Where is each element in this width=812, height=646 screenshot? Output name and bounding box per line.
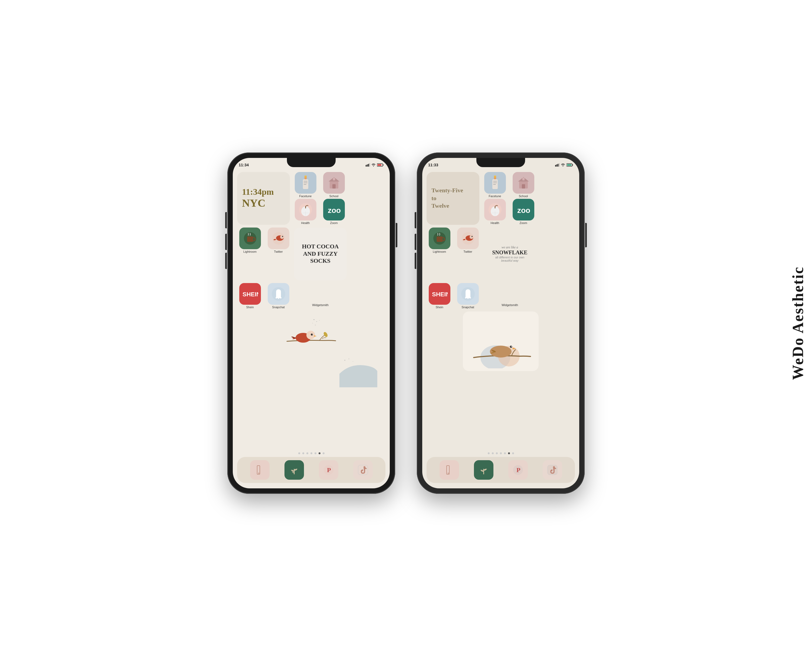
school-icon-right[interactable]	[513, 172, 534, 194]
twitter-label-left: Twitter	[274, 250, 282, 253]
bird-photo-svg	[466, 314, 536, 368]
app-twitter-right[interactable]: Twitter	[455, 228, 481, 253]
dock-phone-left[interactable]	[250, 460, 270, 480]
dot-5	[314, 452, 316, 454]
shein-svg: SHEIN	[242, 290, 258, 298]
status-time-right: 11:33	[428, 163, 438, 167]
twitter-icon-right[interactable]	[457, 228, 479, 249]
app-snapchat-left[interactable]: Snapchat	[266, 283, 291, 309]
svg-rect-3	[369, 163, 370, 167]
snowflake-title: SNOWFLAKE	[492, 250, 527, 256]
status-icons-right	[555, 163, 573, 167]
app-school-left[interactable]: School	[321, 172, 347, 198]
snapchat-icon[interactable]	[268, 283, 289, 305]
zoom-icon[interactable]: zoom	[323, 199, 345, 220]
svg-text:zoom: zoom	[328, 206, 341, 214]
svg-text:SHEIN: SHEIN	[432, 291, 448, 298]
svg-text:P: P	[516, 467, 520, 473]
school-icon[interactable]	[323, 172, 345, 194]
lightroom-icon[interactable]	[239, 228, 261, 249]
widget-row-3-left: SHEIN Shein	[237, 283, 385, 309]
dock-plant-right[interactable]	[474, 460, 493, 480]
svg-rect-11	[304, 181, 307, 182]
app-zoom-right[interactable]: zoom Zoom	[510, 199, 536, 225]
status-icons-left	[366, 163, 384, 167]
lightroom-icon-right[interactable]	[429, 228, 450, 249]
screen-right: 11:33 Twenty-FivetoTwelve	[422, 158, 579, 488]
tiktok-icon-left	[357, 464, 368, 475]
app-lightroom-right[interactable]: Lightroom	[427, 228, 452, 253]
svg-point-41	[312, 334, 312, 335]
snapchat-icon-right[interactable]	[457, 283, 479, 305]
svg-point-29	[282, 236, 283, 237]
svg-rect-65	[522, 184, 525, 188]
svg-rect-17	[333, 178, 335, 181]
dock-tiktok-right[interactable]	[543, 460, 562, 480]
svg-point-28	[280, 235, 284, 239]
health-icon[interactable]	[295, 199, 316, 220]
svg-point-44	[353, 361, 353, 362]
health-label-right: Health	[491, 221, 499, 225]
plant-icon-left	[289, 464, 300, 475]
app-snapchat-right[interactable]: Snapchat	[455, 283, 481, 309]
app-zoom-left[interactable]: zoom Zoom	[321, 199, 347, 225]
app-shein-left[interactable]: SHEIN Shein	[237, 283, 263, 309]
bird-photo-widget[interactable]	[463, 311, 539, 371]
app-facetune-left[interactable]: Facetune	[293, 172, 318, 198]
phone-icon-right	[444, 465, 454, 475]
svg-text:SHEIN: SHEIN	[243, 291, 258, 298]
lightroom-svg-r	[433, 231, 446, 245]
school-svg	[328, 176, 340, 190]
twitter-icon[interactable]	[268, 228, 289, 249]
apps-grid-top-right: Facetune	[482, 172, 536, 225]
dot-6-active	[319, 452, 321, 454]
svg-point-54	[563, 166, 563, 167]
widget-row-2-left: Lightroom	[237, 228, 385, 280]
dock-phone-right[interactable]	[440, 460, 459, 480]
app-health-left[interactable]: Health	[293, 199, 318, 225]
svg-rect-53	[559, 163, 560, 167]
svg-rect-63	[493, 184, 496, 185]
svg-rect-67	[522, 178, 525, 181]
app-twitter-left[interactable]: Twitter	[266, 228, 291, 253]
snow-area-left	[237, 355, 385, 387]
svg-rect-7	[383, 164, 383, 165]
facetune-icon[interactable]	[295, 172, 316, 194]
app-school-right[interactable]: School	[510, 172, 536, 198]
page-dots-left	[233, 450, 390, 457]
apps-row-1-right: Facetune	[482, 172, 536, 198]
dock-pinterest-left[interactable]: P	[319, 460, 338, 480]
screen-content-right: Twenty-FivetoTwelve	[422, 170, 579, 450]
clock-widget-right[interactable]: Twenty-FivetoTwelve	[427, 172, 479, 225]
health-svg-r	[488, 203, 502, 217]
svg-point-45	[258, 473, 259, 474]
snowflake-label-container: Widgetsmith	[484, 303, 536, 309]
snowflake-pre: we are like a	[502, 245, 518, 250]
zoom-svg-r: zoom	[516, 204, 531, 215]
health-icon-right[interactable]	[484, 199, 506, 220]
app-health-right[interactable]: Health	[482, 199, 508, 225]
time-city-widget[interactable]: 11:34pm NYC	[237, 172, 290, 225]
svg-rect-13	[304, 184, 307, 185]
snowflake-widget[interactable]: we are like a SNOWFLAKE all different in…	[484, 228, 536, 280]
facetune-icon-right[interactable]	[484, 172, 506, 194]
app-lightroom-left[interactable]: Lightroom	[237, 228, 263, 253]
phones-wrapper: 11:34 11:34pm NYC	[227, 153, 585, 494]
app-shein-right[interactable]: SHEIN Shein	[427, 283, 452, 309]
phone-right-inner: 11:33 Twenty-FivetoTwelve	[422, 158, 579, 488]
svg-rect-61	[493, 181, 497, 182]
svg-rect-0	[366, 165, 366, 167]
svg-rect-6	[378, 164, 382, 166]
dock-pinterest-right[interactable]: P	[508, 460, 528, 480]
text-widget-left[interactable]: HOT COCOA AND FUZZY SOCKS	[294, 228, 347, 280]
health-svg	[299, 203, 313, 217]
app-facetune-right[interactable]: Facetune	[482, 172, 508, 198]
bird-area-left	[237, 311, 385, 355]
svg-rect-52	[557, 164, 559, 167]
dock-plant-left[interactable]	[284, 460, 304, 480]
shein-icon-right[interactable]: SHEIN	[429, 283, 450, 305]
dock-tiktok-left[interactable]	[353, 460, 373, 480]
zoom-icon-right[interactable]: zoom	[513, 199, 534, 220]
snowflake-widget-label: Widgetsmith	[502, 303, 518, 307]
shein-icon[interactable]: SHEIN	[239, 283, 261, 305]
